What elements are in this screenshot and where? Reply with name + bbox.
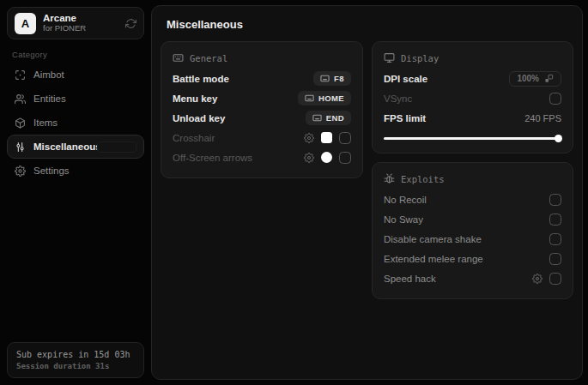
gear-icon <box>15 165 26 177</box>
app-subtitle: for PIONER <box>43 24 118 33</box>
sidebar-item-label: Miscellaneous <box>33 141 101 152</box>
gear-icon[interactable] <box>304 153 314 163</box>
keybind-button-unload-key[interactable]: END <box>306 111 351 125</box>
setting-label: FPS limit <box>384 113 426 123</box>
setting-row-menu-key: Menu key HOME <box>173 88 351 108</box>
no-recoil-checkbox[interactable] <box>549 194 561 206</box>
setting-label: VSync <box>384 93 412 104</box>
fps-slider-knob[interactable] <box>555 135 562 142</box>
app-header-card: A Arcane for PIONER <box>7 7 144 39</box>
crosshair-icon <box>15 69 26 81</box>
cube-icon <box>15 117 26 129</box>
setting-row-disable-camera-shake: Disable camera shake <box>384 229 561 249</box>
setting-label: Battle mode <box>173 74 229 84</box>
sidebar-nav: Aimbot Entities Items Miscellaneous <box>7 63 144 183</box>
main-panel: Miscellaneous General Battle mode <box>151 5 583 380</box>
setting-label: Extended melee range <box>384 254 483 264</box>
display-card: Display DPI scale 100% VSync <box>372 41 573 153</box>
active-item-hint <box>97 141 136 153</box>
sub-expiry-text: Sub expires in 15d 03h <box>16 350 135 359</box>
sidebar-item-label: Items <box>33 117 58 128</box>
setting-label: No Recoil <box>384 195 427 205</box>
setting-label: Disable camera shake <box>384 234 482 244</box>
sidebar-item-miscellaneous[interactable]: Miscellaneous <box>7 135 144 159</box>
fps-limit-value: 240 FPS <box>524 113 561 123</box>
setting-label: Menu key <box>173 93 217 104</box>
sidebar-item-label: Entities <box>33 93 66 104</box>
sliders-icon <box>15 141 26 153</box>
fps-limit-slider[interactable] <box>384 134 561 142</box>
gear-icon[interactable] <box>532 274 543 284</box>
entities-icon <box>15 93 26 105</box>
setting-row-speed-hack: Speed hack <box>384 268 561 288</box>
crosshair-checkbox[interactable] <box>339 132 351 144</box>
offscreen-arrows-checkbox[interactable] <box>339 152 351 164</box>
keyboard-icon <box>312 113 322 123</box>
monitor-icon <box>384 52 395 63</box>
sidebar-item-aimbot[interactable]: Aimbot <box>7 63 144 87</box>
setting-row-no-recoil: No Recoil <box>384 189 561 209</box>
keybind-value: HOME <box>318 93 344 103</box>
sync-icon[interactable] <box>125 18 136 29</box>
category-label: Category <box>12 50 144 59</box>
setting-label: Off-Screen arrows <box>173 153 252 163</box>
card-title: Exploits <box>401 174 445 184</box>
card-title: General <box>190 53 227 63</box>
keyboard-icon <box>305 93 314 103</box>
speed-hack-checkbox[interactable] <box>549 273 561 285</box>
disable-camera-shake-checkbox[interactable] <box>549 233 561 245</box>
setting-label: Unload key <box>173 113 225 123</box>
keybind-button-battle-mode[interactable]: F8 <box>313 71 351 86</box>
subscription-status-card: Sub expires in 15d 03h Session duration … <box>7 342 144 378</box>
session-duration-text: Session duration 31s <box>16 362 135 370</box>
extended-melee-range-checkbox[interactable] <box>549 253 561 265</box>
general-card: General Battle mode F8 Menu key HO <box>161 41 363 178</box>
setting-label: No Sway <box>384 214 423 225</box>
keyboard-icon <box>320 74 330 83</box>
app-window: A Arcane for PIONER Category Aimbot <box>0 0 588 385</box>
sidebar-item-label: Settings <box>33 165 70 176</box>
bug-icon <box>384 173 395 184</box>
sidebar-item-entities[interactable]: Entities <box>7 87 144 111</box>
keyboard-icon <box>173 52 184 63</box>
setting-row-no-sway: No Sway <box>384 209 561 229</box>
setting-row-crosshair: Crosshair <box>173 128 351 147</box>
card-title: Display <box>401 53 439 63</box>
setting-row-dpi-scale: DPI scale 100% <box>384 69 561 88</box>
sidebar: A Arcane for PIONER Category Aimbot <box>0 0 151 385</box>
setting-row-battle-mode: Battle mode F8 <box>173 69 351 88</box>
vsync-checkbox[interactable] <box>549 93 561 105</box>
setting-row-extended-melee-range: Extended melee range <box>384 249 561 268</box>
keybind-button-menu-key[interactable]: HOME <box>298 91 351 105</box>
dpi-value: 100% <box>517 74 539 83</box>
sidebar-item-label: Aimbot <box>33 69 64 80</box>
dpi-scale-button[interactable]: 100% <box>509 71 561 87</box>
page-title: Miscellaneous <box>167 18 573 31</box>
setting-row-unload-key: Unload key END <box>173 108 351 128</box>
gear-icon[interactable] <box>304 133 314 143</box>
setting-label: DPI scale <box>384 74 427 84</box>
color-swatch[interactable] <box>321 152 332 163</box>
sidebar-item-items[interactable]: Items <box>7 111 144 135</box>
no-sway-checkbox[interactable] <box>549 214 561 226</box>
sidebar-item-settings[interactable]: Settings <box>7 159 144 183</box>
keybind-value: END <box>326 113 344 123</box>
setting-label: Speed hack <box>384 274 436 284</box>
app-logo: A <box>15 13 36 34</box>
setting-row-vsync: VSync <box>384 88 561 108</box>
fps-slider-fill <box>384 137 561 140</box>
keybind-value: F8 <box>334 74 344 83</box>
color-swatch[interactable] <box>321 132 332 143</box>
setting-row-offscreen-arrows: Off-Screen arrows <box>173 147 351 167</box>
exploits-card: Exploits No Recoil No Sway Disable camer… <box>372 162 573 299</box>
scale-icon <box>544 74 554 83</box>
setting-label: Crosshair <box>173 133 215 143</box>
setting-row-fps-limit: FPS limit 240 FPS <box>384 108 561 128</box>
